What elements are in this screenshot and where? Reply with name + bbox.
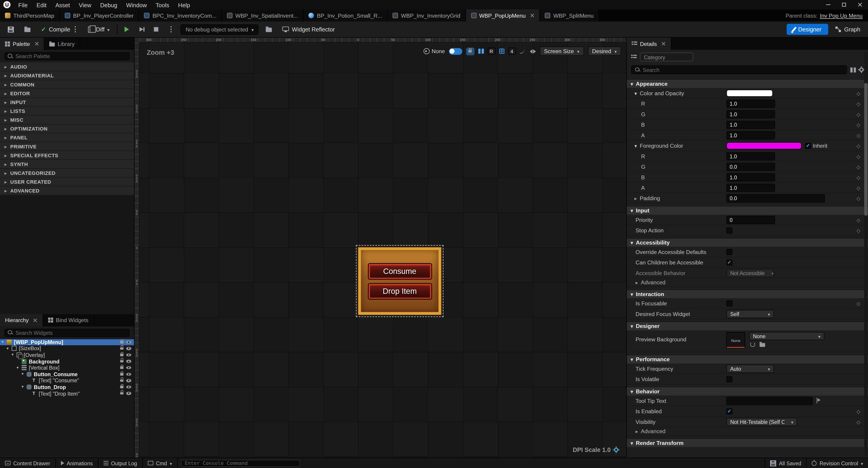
maximize-button[interactable] [836, 0, 852, 9]
palette-category-uncategorized[interactable]: UNCATEGORIZED [0, 169, 134, 177]
bind-diamond-icon[interactable] [857, 100, 860, 106]
palette-category-special-effects[interactable]: SPECIAL EFFECTS [0, 151, 134, 160]
tool-tip-input[interactable] [726, 397, 813, 405]
palette-category-optimization[interactable]: OPTIMIZATION [0, 125, 134, 133]
row-behavior-advanced[interactable]: Advanced [627, 427, 868, 436]
section-appearance[interactable]: Appearance [627, 79, 868, 88]
section-input[interactable]: Input [627, 206, 868, 215]
compile-button[interactable]: Compile [38, 24, 81, 34]
eye-icon[interactable] [126, 379, 131, 382]
menu-window[interactable]: Window [122, 0, 151, 9]
value-input[interactable]: 1.0 [726, 173, 775, 181]
eye-icon[interactable] [126, 392, 131, 395]
tab-details[interactable]: Details [627, 38, 671, 50]
save-button[interactable] [4, 25, 17, 34]
eye-icon[interactable] [126, 372, 131, 375]
bind-diamond-icon[interactable] [857, 142, 860, 148]
bind-diamond-icon[interactable] [857, 195, 860, 201]
section-designer[interactable]: Designer [627, 322, 868, 330]
localization-preview-icon[interactable] [478, 48, 484, 54]
tab-bind-widgets[interactable]: Bind Widgets [43, 314, 94, 326]
lock-icon[interactable] [120, 341, 124, 343]
bind-diamond-icon[interactable] [857, 122, 860, 128]
desired-focus-dropdown[interactable]: Self [726, 310, 774, 318]
expander-icon[interactable] [634, 195, 637, 201]
eye-icon[interactable] [126, 360, 131, 363]
expander-icon[interactable] [6, 346, 11, 351]
designer-canvas[interactable]: 300 250 200 150 100 50 0 50 100 150 200 … [134, 38, 626, 458]
stop-action-checkbox[interactable] [726, 227, 733, 233]
eye-icon[interactable] [126, 366, 131, 369]
use-selected-asset-icon[interactable] [750, 342, 755, 347]
parent-class-link[interactable]: Inv Pop Up Menu [820, 12, 863, 19]
value-input[interactable]: 0.0 [726, 162, 775, 171]
eye-icon[interactable] [126, 386, 131, 389]
menu-debug[interactable]: Debug [96, 0, 122, 9]
tree-row-button-drop[interactable]: Button_Drop [0, 384, 134, 390]
tab-close-icon[interactable] [33, 318, 38, 322]
lock-icon[interactable] [120, 354, 124, 356]
is-focusable-checkbox[interactable] [726, 300, 733, 306]
menu-edit[interactable]: Edit [32, 0, 51, 9]
tab-hierarchy[interactable]: Hierarchy [0, 314, 43, 326]
palette-search[interactable] [4, 52, 130, 60]
bind-diamond-icon[interactable] [857, 217, 860, 223]
eye-icon[interactable] [126, 341, 131, 343]
children-accessible-checkbox[interactable] [726, 259, 733, 265]
palette-category-synth[interactable]: SYNTH [0, 160, 134, 169]
tree-row-background[interactable]: Background [0, 358, 134, 364]
tree-row-button-consume[interactable]: Button_Consume [0, 371, 134, 377]
lock-icon[interactable] [120, 360, 124, 363]
popup-menu-widget-preview[interactable]: Consume Drop Item [358, 247, 441, 315]
details-search[interactable] [631, 65, 847, 74]
expander-icon[interactable] [17, 366, 22, 370]
priority-input[interactable]: 0 [726, 215, 775, 224]
section-behavior[interactable]: Behavior [627, 387, 868, 396]
all-saved-button[interactable]: All Saved [765, 458, 806, 468]
menu-file[interactable]: File [14, 0, 32, 9]
palette-category-user-created[interactable]: USER CREATED [0, 177, 134, 187]
bind-diamond-icon[interactable] [857, 90, 860, 96]
menu-tools[interactable]: Tools [151, 0, 174, 9]
animations-button[interactable]: Animations [56, 458, 98, 468]
hierarchy-search[interactable] [4, 328, 130, 337]
value-input[interactable]: 1.0 [726, 99, 775, 108]
browse-asset-button[interactable] [21, 25, 34, 34]
hierarchy-search-input[interactable] [16, 330, 126, 336]
debug-filter-button[interactable] [262, 25, 275, 34]
eye-icon[interactable] [126, 353, 131, 356]
visibility-dropdown[interactable]: Not Hit-Testable (Self Only) [726, 417, 797, 426]
display-filter-icon[interactable] [850, 67, 856, 72]
tab-close-icon[interactable] [34, 41, 39, 46]
menu-help[interactable]: Help [174, 0, 194, 9]
palette-search-input[interactable] [16, 53, 126, 59]
anchor-dropdown[interactable]: None [423, 48, 445, 54]
category-input[interactable] [640, 53, 693, 61]
widget-reflector-button[interactable]: Widget Reflector [279, 25, 338, 34]
lock-icon[interactable] [120, 386, 124, 388]
tree-row-text-consume[interactable]: [Text] "Consume" [0, 377, 134, 383]
color-opacity-swatch[interactable] [726, 89, 773, 97]
graph-mode-button[interactable]: Graph [832, 25, 864, 34]
palette-category-misc[interactable]: MISC [0, 115, 134, 125]
lock-button[interactable] [466, 47, 474, 55]
tab-wbp-inv-spatialinvent[interactable]: WBP_Inv_SpatialInvent... [222, 9, 304, 22]
screen-size-dropdown[interactable]: Screen Size [539, 46, 584, 56]
stop-button[interactable] [151, 26, 162, 33]
details-search-input[interactable] [643, 67, 843, 73]
settings-gear-icon[interactable] [859, 67, 864, 72]
eye-icon[interactable] [126, 347, 131, 350]
tree-row-sizebox[interactable]: [SizeBox] [0, 345, 134, 352]
tab-bp-inv-potion-small[interactable]: BP_Inv_Potion_Small_R... [304, 9, 388, 22]
bind-diamond-icon[interactable] [857, 227, 860, 233]
tab-library[interactable]: Library [44, 38, 80, 50]
section-performance[interactable]: Performance [627, 355, 868, 364]
expander-icon[interactable] [2, 340, 6, 344]
expander-icon[interactable] [634, 90, 637, 96]
expander-icon[interactable] [22, 372, 27, 376]
bind-diamond-icon[interactable] [857, 300, 860, 306]
expander-icon[interactable] [11, 353, 17, 357]
lock-icon[interactable] [120, 373, 124, 375]
palette-category-input[interactable]: INPUT [0, 98, 134, 107]
lock-icon[interactable] [120, 366, 124, 369]
